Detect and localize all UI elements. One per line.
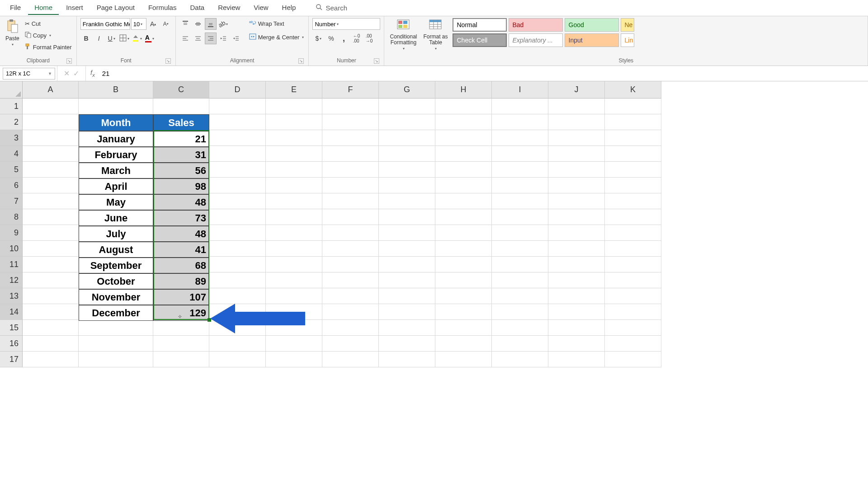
cell[interactable] xyxy=(548,352,605,367)
column-header[interactable]: B xyxy=(79,81,153,99)
cell[interactable] xyxy=(322,352,379,367)
cell[interactable] xyxy=(605,225,661,241)
align-right-button[interactable] xyxy=(205,33,217,44)
row-header[interactable]: 5 xyxy=(0,162,23,178)
cell[interactable] xyxy=(548,99,605,114)
table-cell-sales[interactable]: 48 xyxy=(153,194,209,210)
decrease-indent-button[interactable] xyxy=(217,33,229,44)
cell[interactable] xyxy=(322,320,379,336)
alignment-launcher-icon[interactable]: ↘ xyxy=(298,58,304,64)
cell[interactable] xyxy=(322,304,379,320)
cell[interactable] xyxy=(605,288,661,304)
cell[interactable] xyxy=(548,336,605,352)
number-format-select[interactable]: Number xyxy=(312,18,380,30)
column-header[interactable]: A xyxy=(23,81,79,99)
cell[interactable] xyxy=(379,225,435,241)
table-row[interactable]: June73 xyxy=(79,210,209,226)
column-header[interactable]: D xyxy=(209,81,266,99)
cell[interactable] xyxy=(209,209,266,225)
row-header[interactable]: 3 xyxy=(0,130,23,146)
cell[interactable] xyxy=(379,146,435,162)
table-row[interactable]: February31 xyxy=(79,147,209,163)
italic-button[interactable]: I xyxy=(93,33,105,44)
cell[interactable] xyxy=(548,304,605,320)
select-all-corner[interactable] xyxy=(0,81,23,99)
cell[interactable] xyxy=(379,114,435,130)
tab-help[interactable]: Help xyxy=(276,1,302,15)
cell[interactable] xyxy=(266,257,322,272)
table-cell-sales[interactable]: 48 xyxy=(153,226,209,242)
tab-insert[interactable]: Insert xyxy=(60,1,90,15)
row-header[interactable]: 7 xyxy=(0,193,23,209)
table-cell-sales[interactable]: 107 xyxy=(153,289,209,305)
table-cell-sales[interactable]: 89 xyxy=(153,273,209,289)
cell[interactable] xyxy=(605,272,661,288)
row-header[interactable]: 15 xyxy=(0,320,23,336)
table-row[interactable]: August41 xyxy=(79,242,209,258)
cell[interactable] xyxy=(379,288,435,304)
font-size-select[interactable]: 10 xyxy=(131,18,146,30)
cell[interactable] xyxy=(548,272,605,288)
cell[interactable] xyxy=(435,114,492,130)
cell[interactable] xyxy=(23,288,79,304)
cell[interactable] xyxy=(23,272,79,288)
increase-decimal-button[interactable]: ←0.00 xyxy=(350,33,362,44)
cell[interactable] xyxy=(435,178,492,193)
decrease-decimal-button[interactable]: .00→0 xyxy=(363,33,375,44)
table-row[interactable]: January21 xyxy=(79,131,209,147)
increase-font-button[interactable]: A▴ xyxy=(147,18,159,30)
cell[interactable] xyxy=(266,130,322,146)
style-input[interactable]: Input xyxy=(565,33,619,47)
cell[interactable] xyxy=(548,162,605,178)
cell[interactable] xyxy=(605,162,661,178)
cell[interactable] xyxy=(605,241,661,257)
cell[interactable] xyxy=(605,130,661,146)
cell[interactable] xyxy=(435,272,492,288)
cell[interactable] xyxy=(209,130,266,146)
column-header[interactable]: K xyxy=(605,81,661,99)
cell[interactable] xyxy=(23,352,79,367)
cell[interactable] xyxy=(435,288,492,304)
table-cell-month[interactable]: April xyxy=(79,178,153,194)
tab-home[interactable]: Home xyxy=(28,1,59,15)
cell[interactable] xyxy=(435,193,492,209)
cell[interactable] xyxy=(435,336,492,352)
cell[interactable] xyxy=(266,114,322,130)
table-row[interactable]: November107 xyxy=(79,289,209,305)
cell[interactable] xyxy=(209,178,266,193)
cell[interactable] xyxy=(322,99,379,114)
comma-format-button[interactable]: , xyxy=(338,33,349,44)
cell[interactable] xyxy=(266,146,322,162)
underline-button[interactable]: U xyxy=(106,33,118,44)
cell[interactable] xyxy=(379,304,435,320)
table-cell-month[interactable]: February xyxy=(79,147,153,163)
cell[interactable] xyxy=(605,209,661,225)
style-linked-cell[interactable]: Lin xyxy=(621,33,634,47)
orientation-button[interactable]: ab xyxy=(217,18,229,30)
copy-button[interactable]: Copy xyxy=(24,30,73,41)
cell[interactable] xyxy=(23,241,79,257)
cell[interactable] xyxy=(79,336,153,352)
style-explanatory[interactable]: Explanatory ... xyxy=(509,33,563,47)
table-row[interactable]: October89 xyxy=(79,273,209,289)
cell[interactable] xyxy=(492,336,548,352)
font-color-button[interactable]: A xyxy=(144,33,156,44)
table-cell-sales[interactable]: 41 xyxy=(153,242,209,258)
cell[interactable] xyxy=(209,193,266,209)
cell[interactable] xyxy=(435,352,492,367)
style-check-cell[interactable]: Check Cell xyxy=(453,33,507,47)
cell[interactable] xyxy=(548,178,605,193)
table-cell-month[interactable]: November xyxy=(79,289,153,305)
increase-indent-button[interactable] xyxy=(230,33,242,44)
table-cell-sales[interactable]: 56 xyxy=(153,163,209,178)
table-cell-month[interactable]: December xyxy=(79,305,153,321)
tab-review[interactable]: Review xyxy=(212,1,246,15)
cell[interactable] xyxy=(322,114,379,130)
percent-format-button[interactable]: % xyxy=(325,33,337,44)
column-header[interactable]: C xyxy=(153,81,209,99)
table-cell-month[interactable]: August xyxy=(79,242,153,258)
fx-icon[interactable]: fx xyxy=(86,69,99,78)
table-cell-month[interactable]: January xyxy=(79,131,153,147)
formula-input[interactable]: 21 xyxy=(99,70,868,77)
cell[interactable] xyxy=(209,146,266,162)
